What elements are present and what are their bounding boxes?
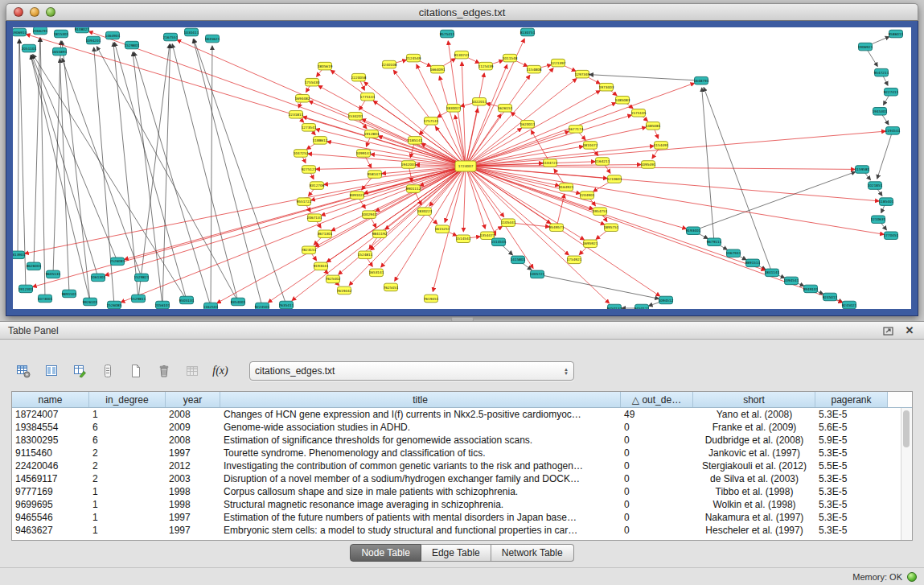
graph-node[interactable]: 2067131 [307,214,322,222]
graph-node[interactable]: 1099147 [356,150,372,158]
graph-node[interactable]: 1942001 [401,161,417,169]
graph-node[interactable]: 1210601 [607,175,622,183]
edit-column-icon[interactable] [69,360,90,381]
graph-node[interactable]: 1895751 [604,224,619,232]
graph-node[interactable]: 1529811 [131,295,146,303]
table-row[interactable]: 946362711997Embryonic stem cells: a mode… [12,524,912,537]
minimize-window-button[interactable] [30,7,39,17]
graph-node[interactable]: 8130751 [520,28,536,36]
graph-node[interactable]: 1770451 [884,232,899,240]
graph-node[interactable]: 1620011 [520,121,536,129]
graph-node[interactable]: 9547211 [874,68,889,76]
table-row[interactable]: 1456911722003Disruption of a novel membe… [12,472,912,485]
graph-node[interactable]: 1810472 [583,142,598,150]
table-row[interactable]: 1872400712008Changes of HCN gene express… [12,408,912,421]
graph-node[interactable]: 1073001 [38,295,53,303]
graph-node[interactable]: 1653141 [369,269,384,277]
graph-node[interactable]: 1047252 [294,150,309,158]
graph-node[interactable]: 9926101 [83,298,98,306]
graph-node[interactable]: 1648794 [694,76,709,84]
graph-node[interactable]: 2124549 [406,54,421,62]
graph-node[interactable]: 1830021 [446,105,462,113]
graph-node[interactable]: 1221397 [551,59,566,67]
graph-node[interactable]: 8626001 [27,262,42,270]
graph-node[interactable]: 7619451 [424,295,439,303]
scrollbar-thumb[interactable] [903,410,910,447]
graph-node[interactable]: 1125439 [478,62,494,70]
table-row[interactable]: 1938455462009Genome-wide association stu… [12,421,912,434]
tab-edge-table[interactable]: Edge Table [421,544,491,562]
graph-node[interactable]: 8354001 [231,298,246,306]
column-header-6[interactable]: pagerank [815,392,888,407]
graph-node[interactable]: 8575411 [440,30,455,38]
table-row[interactable]: 969969511998Structural magnetic resonanc… [12,498,912,511]
graph-node[interactable]: 1162501 [203,303,219,309]
graph-node[interactable]: 1912803 [364,130,380,138]
column-header-2[interactable]: year [166,392,220,407]
graph-node[interactable]: 2526081 [110,257,125,266]
graph-node[interactable]: 1534201 [348,113,363,121]
graph-node[interactable]: 1415801 [511,256,526,264]
graph-node[interactable]: 1912301 [18,285,34,293]
tab-node-table[interactable]: Node Table [350,544,421,562]
graph-node[interactable]: 7625451 [384,283,399,291]
graph-node[interactable]: 9224501 [255,303,270,309]
graph-node[interactable]: 1485083 [615,96,630,104]
graph-node[interactable]: 1757141 [424,117,439,126]
graph-node[interactable]: 1945301 [873,108,888,116]
column-header-3[interactable]: title [220,392,621,407]
graph-node[interactable]: 1273541 [302,124,317,132]
graph-node[interactable]: 1775141 [360,93,376,101]
graph-node[interactable]: 1524811 [358,251,373,259]
graph-node[interactable]: 2167551 [163,33,179,41]
graph-node[interactable]: 1104721 [543,159,558,167]
graph-node[interactable]: 1164211 [595,158,610,166]
graph-node[interactable]: 9275121 [302,166,317,174]
column-header-0[interactable]: name [12,392,89,407]
network-view[interactable]: 1724007180561917554301694482223181112735… [13,27,911,309]
delete-column-icon[interactable] [154,360,175,381]
column-header-4[interactable]: △ out_de… [621,392,693,407]
graph-node[interactable]: 1188612 [313,137,328,145]
zoom-window-button[interactable] [46,7,55,17]
graph-node[interactable]: 9891501 [62,290,77,298]
graph-node[interactable]: 7619442 [337,286,352,295]
graph-node[interactable]: 1906910 [13,28,27,36]
graph-node[interactable]: 2204901 [580,192,595,200]
function-builder-icon[interactable]: f(x) [210,360,231,381]
table-row[interactable]: 977716911998Corpus callosum shape and si… [12,485,912,498]
graph-node[interactable]: 9505131 [179,296,195,304]
graph-node[interactable]: 9581471 [368,171,383,179]
graph-node[interactable]: 9245021 [842,301,857,309]
graph-node[interactable]: 8391021 [350,192,365,200]
window-titlebar[interactable]: citations_edges.txt [6,3,918,21]
graph-node[interactable]: 9551722 [297,198,312,206]
graph-node[interactable]: 9193401 [686,227,701,235]
graph-node[interactable]: 9227411 [884,88,899,96]
graph-node[interactable]: 1845621 [205,35,220,43]
graph-node[interactable]: 1011548 [503,54,518,62]
graph-node[interactable]: 1485081 [646,122,661,130]
row-height-icon[interactable] [97,360,118,381]
graph-node[interactable]: 1694482 [295,94,310,102]
graph-node[interactable]: 9549571 [549,224,565,232]
new-column-icon[interactable] [125,360,146,381]
graph-node[interactable]: 7635411 [279,301,294,309]
graph-node[interactable]: 2056101 [155,301,170,309]
graph-node[interactable]: 1529821 [134,274,150,282]
graph-node[interactable]: 2220058 [351,73,367,81]
graph-node[interactable]: 8949101 [803,285,819,293]
graph-node[interactable]: 1841141 [765,269,780,277]
graph-node[interactable]: 1094201 [86,36,101,44]
graph-node[interactable]: 1159581 [855,166,870,174]
graph-node[interactable]: 1755430 [305,78,320,86]
graph-node[interactable]: 7625402 [326,275,341,283]
graph-node[interactable]: 9605131 [46,270,61,278]
graph-node[interactable]: 9193441 [314,262,329,270]
table-selector-dropdown[interactable]: citations_edges.txt ▲▼ [249,361,574,381]
graph-node[interactable]: 1514545 [491,238,507,246]
graph-node[interactable]: 9108021 [75,27,90,33]
graph-node[interactable]: 8130741 [454,51,470,59]
graph-node[interactable]: 1973403 [599,83,614,91]
graph-node[interactable]: 2066291 [33,27,48,35]
